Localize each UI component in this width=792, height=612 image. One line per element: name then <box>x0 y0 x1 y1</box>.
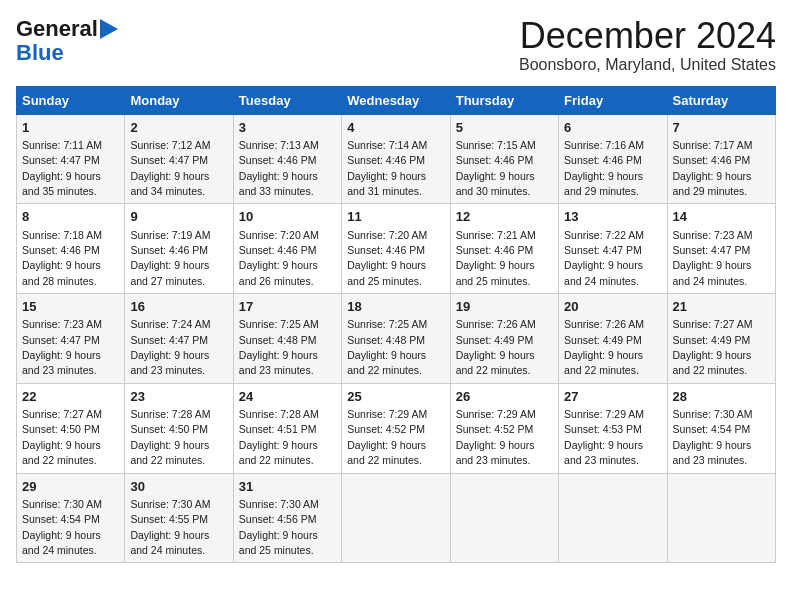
calendar-table: SundayMondayTuesdayWednesdayThursdayFrid… <box>16 86 776 564</box>
day-number: 22 <box>22 388 119 406</box>
day-number: 18 <box>347 298 444 316</box>
day-sunrise: Sunrise: 7:22 AM <box>564 229 644 241</box>
day-sunrise: Sunrise: 7:21 AM <box>456 229 536 241</box>
calendar-week-row: 15 Sunrise: 7:23 AM Sunset: 4:47 PM Dayl… <box>17 294 776 384</box>
day-sunrise: Sunrise: 7:30 AM <box>130 498 210 510</box>
logo-text-general: General <box>16 16 98 42</box>
col-header-monday: Monday <box>125 86 233 114</box>
day-number: 31 <box>239 478 336 496</box>
day-sunrise: Sunrise: 7:11 AM <box>22 139 102 151</box>
day-number: 19 <box>456 298 553 316</box>
calendar-title: December 2024 <box>519 16 776 56</box>
day-sunrise: Sunrise: 7:26 AM <box>564 318 644 330</box>
day-sunset: Sunset: 4:47 PM <box>22 154 100 166</box>
day-sunset: Sunset: 4:48 PM <box>347 334 425 346</box>
day-number: 27 <box>564 388 661 406</box>
day-sunrise: Sunrise: 7:20 AM <box>239 229 319 241</box>
calendar-header-row: SundayMondayTuesdayWednesdayThursdayFrid… <box>17 86 776 114</box>
day-sunset: Sunset: 4:53 PM <box>564 423 642 435</box>
day-sunset: Sunset: 4:46 PM <box>239 154 317 166</box>
calendar-cell: 21 Sunrise: 7:27 AM Sunset: 4:49 PM Dayl… <box>667 294 775 384</box>
calendar-cell <box>450 473 558 563</box>
day-sunrise: Sunrise: 7:12 AM <box>130 139 210 151</box>
day-daylight: Daylight: 9 hours and 23 minutes. <box>673 439 752 466</box>
day-daylight: Daylight: 9 hours and 29 minutes. <box>564 170 643 197</box>
day-daylight: Daylight: 9 hours and 24 minutes. <box>22 529 101 556</box>
col-header-thursday: Thursday <box>450 86 558 114</box>
day-sunrise: Sunrise: 7:17 AM <box>673 139 753 151</box>
calendar-cell: 13 Sunrise: 7:22 AM Sunset: 4:47 PM Dayl… <box>559 204 667 294</box>
day-daylight: Daylight: 9 hours and 31 minutes. <box>347 170 426 197</box>
day-sunrise: Sunrise: 7:25 AM <box>239 318 319 330</box>
day-sunset: Sunset: 4:49 PM <box>564 334 642 346</box>
day-sunset: Sunset: 4:46 PM <box>130 244 208 256</box>
calendar-cell: 17 Sunrise: 7:25 AM Sunset: 4:48 PM Dayl… <box>233 294 341 384</box>
day-daylight: Daylight: 9 hours and 22 minutes. <box>347 439 426 466</box>
col-header-saturday: Saturday <box>667 86 775 114</box>
day-sunset: Sunset: 4:49 PM <box>456 334 534 346</box>
day-daylight: Daylight: 9 hours and 26 minutes. <box>239 259 318 286</box>
col-header-wednesday: Wednesday <box>342 86 450 114</box>
day-sunrise: Sunrise: 7:19 AM <box>130 229 210 241</box>
day-number: 15 <box>22 298 119 316</box>
day-sunset: Sunset: 4:47 PM <box>564 244 642 256</box>
calendar-cell: 23 Sunrise: 7:28 AM Sunset: 4:50 PM Dayl… <box>125 383 233 473</box>
calendar-cell: 12 Sunrise: 7:21 AM Sunset: 4:46 PM Dayl… <box>450 204 558 294</box>
day-number: 30 <box>130 478 227 496</box>
calendar-cell: 9 Sunrise: 7:19 AM Sunset: 4:46 PM Dayli… <box>125 204 233 294</box>
day-daylight: Daylight: 9 hours and 23 minutes. <box>22 349 101 376</box>
day-sunset: Sunset: 4:49 PM <box>673 334 751 346</box>
calendar-subtitle: Boonsboro, Maryland, United States <box>519 56 776 74</box>
calendar-cell: 20 Sunrise: 7:26 AM Sunset: 4:49 PM Dayl… <box>559 294 667 384</box>
day-sunrise: Sunrise: 7:20 AM <box>347 229 427 241</box>
calendar-week-row: 29 Sunrise: 7:30 AM Sunset: 4:54 PM Dayl… <box>17 473 776 563</box>
day-sunset: Sunset: 4:55 PM <box>130 513 208 525</box>
calendar-cell: 2 Sunrise: 7:12 AM Sunset: 4:47 PM Dayli… <box>125 114 233 204</box>
day-daylight: Daylight: 9 hours and 22 minutes. <box>22 439 101 466</box>
day-number: 2 <box>130 119 227 137</box>
calendar-cell: 22 Sunrise: 7:27 AM Sunset: 4:50 PM Dayl… <box>17 383 125 473</box>
day-daylight: Daylight: 9 hours and 33 minutes. <box>239 170 318 197</box>
logo-text-blue: Blue <box>16 42 64 64</box>
calendar-cell: 24 Sunrise: 7:28 AM Sunset: 4:51 PM Dayl… <box>233 383 341 473</box>
calendar-cell <box>342 473 450 563</box>
day-sunrise: Sunrise: 7:30 AM <box>239 498 319 510</box>
day-daylight: Daylight: 9 hours and 23 minutes. <box>456 439 535 466</box>
calendar-cell: 27 Sunrise: 7:29 AM Sunset: 4:53 PM Dayl… <box>559 383 667 473</box>
day-number: 5 <box>456 119 553 137</box>
day-sunset: Sunset: 4:47 PM <box>130 154 208 166</box>
day-daylight: Daylight: 9 hours and 23 minutes. <box>564 439 643 466</box>
calendar-cell: 28 Sunrise: 7:30 AM Sunset: 4:54 PM Dayl… <box>667 383 775 473</box>
day-sunset: Sunset: 4:51 PM <box>239 423 317 435</box>
calendar-cell: 25 Sunrise: 7:29 AM Sunset: 4:52 PM Dayl… <box>342 383 450 473</box>
day-daylight: Daylight: 9 hours and 24 minutes. <box>130 529 209 556</box>
calendar-cell: 19 Sunrise: 7:26 AM Sunset: 4:49 PM Dayl… <box>450 294 558 384</box>
day-daylight: Daylight: 9 hours and 34 minutes. <box>130 170 209 197</box>
day-sunrise: Sunrise: 7:28 AM <box>239 408 319 420</box>
day-sunset: Sunset: 4:50 PM <box>130 423 208 435</box>
calendar-title-area: December 2024 Boonsboro, Maryland, Unite… <box>519 16 776 74</box>
day-sunset: Sunset: 4:46 PM <box>22 244 100 256</box>
day-sunset: Sunset: 4:54 PM <box>22 513 100 525</box>
calendar-cell: 7 Sunrise: 7:17 AM Sunset: 4:46 PM Dayli… <box>667 114 775 204</box>
calendar-week-row: 1 Sunrise: 7:11 AM Sunset: 4:47 PM Dayli… <box>17 114 776 204</box>
day-sunrise: Sunrise: 7:16 AM <box>564 139 644 151</box>
day-sunrise: Sunrise: 7:27 AM <box>22 408 102 420</box>
day-number: 6 <box>564 119 661 137</box>
day-number: 3 <box>239 119 336 137</box>
col-header-friday: Friday <box>559 86 667 114</box>
day-sunrise: Sunrise: 7:14 AM <box>347 139 427 151</box>
day-sunrise: Sunrise: 7:29 AM <box>347 408 427 420</box>
day-daylight: Daylight: 9 hours and 22 minutes. <box>130 439 209 466</box>
col-header-tuesday: Tuesday <box>233 86 341 114</box>
day-sunset: Sunset: 4:50 PM <box>22 423 100 435</box>
day-number: 7 <box>673 119 770 137</box>
day-number: 9 <box>130 208 227 226</box>
day-daylight: Daylight: 9 hours and 22 minutes. <box>673 349 752 376</box>
calendar-cell: 11 Sunrise: 7:20 AM Sunset: 4:46 PM Dayl… <box>342 204 450 294</box>
day-daylight: Daylight: 9 hours and 22 minutes. <box>564 349 643 376</box>
logo: General Blue <box>16 16 118 64</box>
calendar-cell: 1 Sunrise: 7:11 AM Sunset: 4:47 PM Dayli… <box>17 114 125 204</box>
day-sunset: Sunset: 4:52 PM <box>456 423 534 435</box>
day-daylight: Daylight: 9 hours and 29 minutes. <box>673 170 752 197</box>
